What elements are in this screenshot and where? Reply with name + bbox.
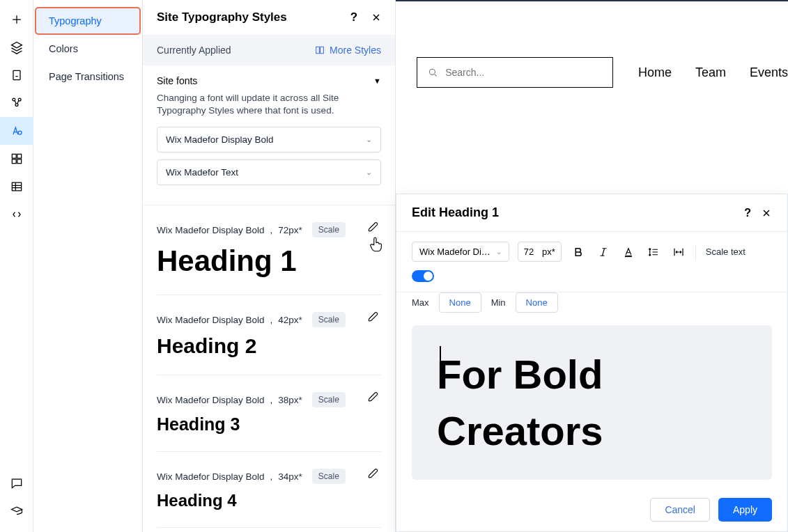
text-caret	[440, 346, 441, 388]
typo-font-label: Wix Madefor Display Bold	[157, 315, 265, 325]
typo-sample: Heading 2	[157, 334, 381, 358]
search-input[interactable]	[417, 57, 613, 88]
text-color-icon[interactable]	[620, 244, 637, 260]
code-icon[interactable]	[0, 201, 33, 228]
scale-badge: Scale	[312, 222, 346, 237]
currently-applied-label: Currently Applied	[157, 45, 231, 56]
page-icon[interactable]	[0, 61, 33, 89]
svg-point-4	[18, 131, 22, 134]
typography-row-h4[interactable]: Wix Madefor Display Bold, 34px* Scale He…	[157, 452, 381, 528]
typo-size-label: 38px*	[278, 395, 302, 405]
typo-font-label: Wix Madefor Display Bold	[157, 395, 265, 405]
typography-panel: Site Typography Styles ? Currently Appli…	[143, 0, 396, 532]
typography-panel-title: Site Typography Styles	[157, 10, 287, 24]
svg-point-3	[15, 104, 18, 107]
scale-text-label: Scale text	[706, 247, 745, 257]
svg-rect-11	[625, 256, 631, 257]
menu-item-colors[interactable]: Colors	[35, 35, 141, 63]
font-select-1[interactable]: Wix Madefor Display Bold⌄	[157, 127, 381, 152]
typo-font-label: Wix Madefor Display Bold	[157, 225, 265, 235]
help-icon[interactable]: ?	[744, 207, 751, 219]
close-icon[interactable]	[370, 11, 383, 24]
edit-icon[interactable]	[367, 467, 381, 481]
design-icon[interactable]	[0, 117, 33, 145]
menu-item-typography[interactable]: Typography	[35, 7, 141, 35]
typo-font-label: Wix Madefor Display Bold	[157, 471, 265, 482]
left-icon-rail	[0, 0, 33, 532]
typography-row-h1[interactable]: Wix Madefor Display Bold, 72px* Scale He…	[157, 205, 381, 295]
site-fonts-label: Site fonts	[157, 75, 197, 86]
apps-icon[interactable]	[0, 89, 33, 117]
letter-spacing-icon[interactable]	[670, 244, 687, 260]
nav-home[interactable]: Home	[638, 65, 672, 80]
scale-toggle[interactable]	[412, 270, 434, 282]
toolbar-separator	[695, 244, 696, 260]
scale-badge: Scale	[312, 469, 346, 484]
line-height-icon[interactable]	[645, 244, 662, 260]
cursor-hand-icon	[367, 235, 385, 254]
cancel-button[interactable]: Cancel	[650, 498, 710, 522]
svg-rect-0	[13, 70, 20, 79]
svg-rect-7	[12, 159, 16, 164]
bold-icon[interactable]	[570, 244, 587, 260]
learn-icon[interactable]	[0, 497, 33, 525]
comment-icon[interactable]	[0, 469, 33, 497]
site-nav: Home Team Events	[638, 65, 788, 80]
typo-sample: Heading 4	[157, 491, 381, 510]
minmax-row: Max None Min None	[396, 292, 787, 324]
scale-badge: Scale	[312, 392, 346, 407]
svg-rect-6	[17, 154, 21, 158]
add-icon[interactable]	[0, 6, 33, 33]
more-styles-link[interactable]: More Styles	[314, 45, 381, 56]
typo-sample: Heading 1	[157, 244, 381, 278]
preview-box: For Bold Creators	[412, 325, 772, 480]
italic-icon[interactable]	[595, 244, 612, 260]
site-header: Home Team Events	[417, 57, 788, 88]
layers-icon[interactable]	[0, 33, 33, 61]
max-label: Max	[412, 297, 429, 308]
svg-rect-5	[12, 154, 16, 158]
search-field[interactable]	[445, 67, 603, 78]
svg-point-10	[429, 69, 435, 75]
nav-team[interactable]: Team	[695, 65, 726, 80]
typo-size-label: 42px*	[278, 315, 302, 325]
font-size-field[interactable]: 72 px*	[518, 242, 562, 262]
chevron-down-icon[interactable]: ▼	[373, 77, 381, 85]
scale-badge: Scale	[312, 312, 346, 327]
menu-item-page-transitions[interactable]: Page Transitions	[35, 63, 141, 91]
edit-heading-modal: Edit Heading 1 ? Wix Madefor Di…⌄ 72 px*…	[396, 194, 788, 532]
table-icon[interactable]	[0, 173, 33, 201]
typography-style-list: Wix Madefor Display Bold, 72px* Scale He…	[143, 205, 395, 532]
typography-row-h2[interactable]: Wix Madefor Display Bold, 42px* Scale He…	[157, 295, 381, 375]
max-value[interactable]: None	[439, 292, 481, 313]
min-label: Min	[491, 297, 506, 308]
modal-footer: Cancel Apply	[396, 488, 787, 531]
help-icon[interactable]: ?	[348, 11, 360, 24]
close-icon[interactable]	[761, 208, 772, 219]
modal-title: Edit Heading 1	[412, 205, 499, 220]
font-select[interactable]: Wix Madefor Di…⌄	[412, 242, 509, 262]
edit-icon[interactable]	[367, 391, 381, 405]
modal-toolbar: Wix Madefor Di…⌄ 72 px* Scale text	[396, 232, 787, 292]
svg-rect-8	[17, 159, 21, 164]
edit-icon[interactable]	[367, 311, 381, 324]
grid-icon[interactable]	[0, 145, 33, 173]
typo-sample: Heading 3	[157, 414, 381, 435]
typo-size-label: 34px*	[278, 471, 302, 482]
design-menu: Typography Colors Page Transitions	[33, 0, 143, 532]
site-fonts-desc: Changing a font will update it across al…	[157, 92, 381, 117]
font-select-2[interactable]: Wix Madefor Text⌄	[157, 159, 381, 185]
typography-row-h3[interactable]: Wix Madefor Display Bold, 38px* Scale He…	[157, 375, 381, 452]
apply-button[interactable]: Apply	[718, 498, 772, 522]
min-value[interactable]: None	[516, 292, 558, 313]
edit-icon[interactable]	[367, 221, 381, 235]
typo-size-label: 72px*	[278, 225, 302, 235]
preview-text[interactable]: For Bold Creators	[437, 346, 747, 459]
nav-events[interactable]: Events	[750, 65, 788, 80]
site-fonts-section: Site fonts ▼ Changing a font will update…	[143, 65, 395, 205]
svg-rect-9	[12, 182, 21, 191]
